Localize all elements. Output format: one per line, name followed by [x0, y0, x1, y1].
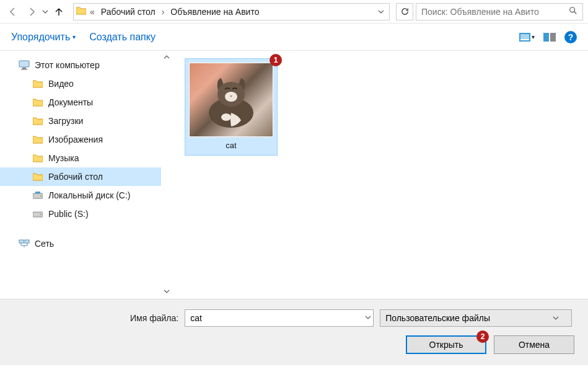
- svg-point-19: [221, 113, 231, 121]
- chevron-down-icon: ▾: [532, 33, 535, 40]
- new-folder-button[interactable]: Создать папку: [89, 32, 156, 43]
- tree-item-documents[interactable]: Документы: [0, 93, 161, 112]
- tree-label: Изображения: [48, 135, 103, 144]
- tree-item-downloads[interactable]: Загрузки: [0, 112, 161, 130]
- svg-rect-2: [520, 34, 529, 39]
- annotation-badge-2: 2: [476, 330, 489, 343]
- folder-icon: [76, 6, 86, 17]
- folder-icon: [32, 78, 43, 89]
- file-thumbnail: [189, 63, 273, 137]
- dialog-footer: Имя файла: Пользовательские файлы 2 Откр…: [0, 299, 588, 365]
- help-button[interactable]: ?: [564, 31, 577, 43]
- file-name: cat: [226, 140, 236, 151]
- tree-label: Музыка: [48, 153, 79, 163]
- toolbar: Упорядочить ▾ Создать папку ▾ ?: [0, 24, 588, 51]
- svg-point-10: [40, 195, 42, 197]
- search-input[interactable]: [421, 7, 565, 17]
- network-icon: [19, 238, 30, 249]
- file-list[interactable]: 1 cat: [172, 51, 588, 299]
- new-folder-label: Создать папку: [89, 32, 156, 43]
- filename-label: Имя файла:: [130, 313, 178, 323]
- cancel-button-label: Отмена: [519, 340, 550, 350]
- svg-rect-8: [21, 69, 27, 70]
- tree-label: Рабочий стол: [48, 172, 103, 182]
- drive-icon: [32, 190, 43, 201]
- annotation-badge-1: 1: [270, 54, 282, 66]
- tree-item-drive-s[interactable]: Public (S:): [0, 205, 161, 223]
- breadcrumb-current[interactable]: Объявление на Авито: [168, 6, 261, 18]
- recent-dropdown[interactable]: [42, 7, 48, 17]
- svg-rect-6: [19, 61, 29, 67]
- folder-icon: [32, 134, 43, 145]
- forward-button: [24, 4, 40, 20]
- navigation-bar: « Рабочий стол › Объявление на Авито: [0, 0, 588, 24]
- refresh-button[interactable]: [396, 3, 413, 20]
- up-button[interactable]: [51, 4, 67, 20]
- tree-item-drive-c[interactable]: Локальный диск (C:): [0, 186, 161, 205]
- breadcrumb-parent[interactable]: Рабочий стол: [99, 6, 158, 18]
- svg-rect-4: [543, 33, 549, 42]
- tree-label: Локальный диск (C:): [48, 190, 131, 200]
- open-button-label: Открыть: [429, 340, 463, 350]
- preview-pane-button[interactable]: [543, 33, 556, 42]
- folder-icon: [32, 171, 43, 182]
- filetype-value: Пользовательские файлы: [385, 313, 490, 323]
- scroll-up-icon[interactable]: [164, 53, 170, 62]
- tree-label: Видео: [48, 79, 74, 89]
- svg-rect-5: [550, 33, 556, 42]
- chevron-right-icon: ›: [162, 7, 165, 17]
- svg-rect-14: [19, 240, 24, 243]
- svg-rect-3: [520, 39, 529, 40]
- filename-input[interactable]: [185, 309, 374, 327]
- tree-scrollbar[interactable]: [161, 51, 172, 299]
- tree-item-desktop[interactable]: Рабочий стол: [0, 167, 161, 186]
- chevron-down-icon: [553, 313, 559, 323]
- chevron-down-icon: ▾: [72, 33, 76, 40]
- tree-label: Загрузки: [48, 116, 83, 126]
- organize-label: Упорядочить: [11, 32, 70, 43]
- tree-label: Документы: [48, 97, 93, 107]
- tree-item-video[interactable]: Видео: [0, 74, 161, 93]
- view-options-button[interactable]: ▾: [519, 33, 535, 42]
- navigation-tree: Этот компьютер Видео Документы Загрузки …: [0, 51, 161, 299]
- computer-icon: [19, 60, 30, 71]
- file-item-cat[interactable]: 1 cat: [185, 58, 278, 156]
- tree-network[interactable]: Сеть: [0, 234, 161, 253]
- tree-label: Public (S:): [48, 209, 89, 219]
- scroll-down-icon[interactable]: [164, 288, 170, 296]
- svg-point-0: [570, 7, 575, 12]
- tree-label: Сеть: [35, 239, 54, 249]
- cancel-button[interactable]: Отмена: [494, 335, 574, 354]
- tree-item-music[interactable]: Музыка: [0, 149, 161, 167]
- svg-rect-11: [35, 192, 40, 193]
- search-box[interactable]: [416, 3, 583, 20]
- svg-rect-15: [25, 240, 29, 243]
- folder-icon: [32, 153, 43, 164]
- tree-this-pc[interactable]: Этот компьютер: [0, 56, 161, 74]
- folder-icon: [32, 115, 43, 126]
- filetype-select[interactable]: Пользовательские файлы: [380, 309, 572, 327]
- tree-label: Этот компьютер: [35, 60, 100, 70]
- address-dropdown[interactable]: [375, 7, 387, 17]
- organize-button[interactable]: Упорядочить ▾: [11, 32, 76, 43]
- open-button[interactable]: 2 Открыть: [406, 335, 486, 354]
- back-button: [5, 4, 21, 20]
- address-bar[interactable]: « Рабочий стол › Объявление на Авито: [73, 3, 390, 20]
- network-drive-icon: [32, 208, 43, 219]
- search-icon[interactable]: [569, 6, 577, 17]
- folder-icon: [32, 97, 43, 108]
- chevron-icon: «: [90, 7, 95, 17]
- svg-rect-7: [22, 68, 26, 69]
- tree-item-pictures[interactable]: Изображения: [0, 130, 161, 149]
- body-area: Этот компьютер Видео Документы Загрузки …: [0, 51, 588, 299]
- svg-point-13: [40, 214, 42, 215]
